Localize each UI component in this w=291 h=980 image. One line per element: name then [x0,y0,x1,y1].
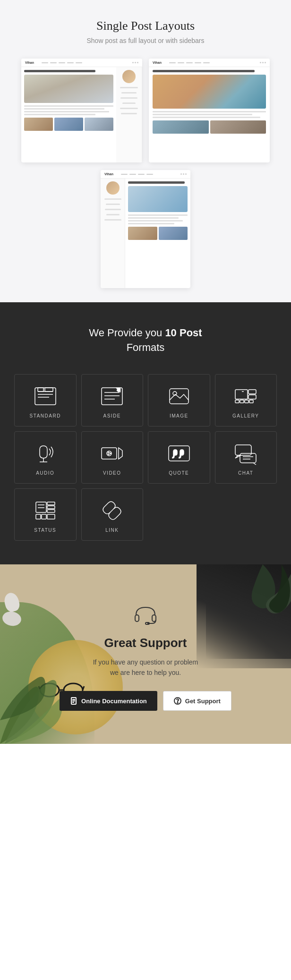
formats-title: We Provide you 10 Post Formats [14,326,277,355]
format-item-gallery[interactable]: GALLERY [215,374,277,426]
support-text: If you have any question or problem we a… [60,657,231,678]
svg-rect-14 [235,390,248,399]
mockup-main-2 [149,67,270,162]
svg-rect-19 [240,400,244,403]
mockup-nav-menu-2 [169,62,210,63]
gallery-icon [233,384,258,409]
mockup-text-1 [24,105,113,115]
mockup-nav-3: Vihan [101,170,190,179]
mockup-sidebar-1 [116,67,142,162]
headset-icon [132,602,159,628]
image-icon [167,384,191,409]
mockup-nav-menu-3 [121,174,153,175]
svg-rect-41 [47,514,55,519]
mockup-img-row-2 [153,120,266,134]
question-icon [174,697,181,705]
svg-rect-15 [248,390,256,394]
document-icon [70,697,77,705]
format-item-video[interactable]: VIDEO [81,431,144,484]
mockup-text-3 [128,214,188,224]
mockup-hero-img-2 [153,75,266,109]
support-buttons: Online Documentation Get Support [60,691,231,711]
mockup-main-1 [21,67,116,162]
format-item-image[interactable]: IMAGE [148,374,210,426]
mockup-img-row-1 [24,118,113,131]
mockup-hero-img-3 [128,186,188,212]
svg-rect-5 [45,388,53,392]
mockup-nav-dots-3 [180,173,187,175]
support-section: Great Support If you have any question o… [0,564,291,744]
mockup-card-1: Vihan [21,59,142,162]
svg-rect-20 [245,400,248,403]
mockup-nav-2: Vihan [149,59,270,67]
svg-rect-38 [47,502,55,505]
mockup-body-3 [101,179,190,288]
format-label-standard: STANDARD [30,413,61,418]
format-label-quote: QUOTE [169,470,189,476]
audio-icon [33,441,58,466]
video-icon [100,441,124,466]
svg-rect-18 [235,400,239,403]
standard-icon [33,384,58,409]
format-item-status[interactable]: STATUS [14,488,77,541]
post-formats-section: We Provide you 10 Post Formats STANDARD [0,302,291,564]
chat-icon [233,441,258,466]
mockup-logo-3: Vihan [104,172,113,176]
mockups-row-1: Vihan [21,59,270,162]
format-label-chat: CHAT [238,470,253,476]
svg-rect-31 [240,453,256,463]
format-item-audio[interactable]: AUDIO [14,431,77,484]
format-label-audio: AUDIO [36,470,54,476]
svg-rect-16 [248,395,256,399]
mockup-hero-img-1 [24,75,113,103]
format-label-link: LINK [105,528,119,533]
format-label-aside: ASIDE [103,413,121,418]
mockup-title-2 [153,70,255,72]
mockup-nav-dots-1 [132,62,138,63]
mockups-grid: Vihan [9,59,282,288]
mockup-nav-1: Vihan [21,59,142,67]
mockup-title-3 [128,181,185,184]
get-support-button[interactable]: Get Support [163,691,231,711]
quote-icon [167,441,191,466]
format-item-chat[interactable]: CHAT [215,431,277,484]
format-item-link[interactable]: LINK [81,488,144,541]
svg-line-44 [109,508,115,513]
mockup-card-2: Vihan [149,59,270,162]
support-title: Great Support [60,636,231,650]
svg-marker-25 [119,448,122,459]
format-item-aside[interactable]: ✎ ASIDE [81,374,144,426]
format-item-quote[interactable]: QUOTE [148,431,210,484]
format-item-standard[interactable]: STANDARD [14,374,77,426]
svg-rect-4 [38,388,43,392]
format-label-image: IMAGE [170,413,188,418]
format-label-gallery: GALLERY [232,413,259,418]
section1-title: Single Post Layouts [9,19,282,33]
mockup-sidebar-3 [101,179,125,288]
mockup-nav-menu-1 [42,62,82,63]
svg-rect-36 [36,514,41,519]
mockup-body-1 [21,67,142,162]
mockup-nav-dots-2 [260,62,266,63]
svg-rect-24 [102,448,117,459]
mockup-logo-2: Vihan [153,61,162,64]
mockup-logo-1: Vihan [25,61,34,64]
status-icon [33,498,58,523]
mockup-img-row-3 [128,227,188,240]
mockups-row-2: Vihan [101,170,190,288]
mockup-card-3: Vihan [101,170,190,288]
mockup-title-1 [24,70,95,72]
support-content: Great Support If you have any question o… [60,602,231,711]
formats-grid: STANDARD ✎ ASIDE [14,374,277,541]
online-documentation-button[interactable]: Online Documentation [60,691,157,711]
svg-rect-51 [152,615,156,622]
link-icon [100,498,124,523]
svg-text:✎: ✎ [117,389,120,392]
mockup-avatar-3 [106,181,120,195]
svg-rect-28 [169,446,189,461]
section1-subtitle: Show post as full layout or with sidebar… [9,37,282,44]
svg-rect-37 [42,514,46,519]
mockup-text-2 [153,111,266,118]
post-layouts-section: Single Post Layouts Show post as full la… [0,0,291,302]
mockup-avatar-1 [122,70,136,83]
